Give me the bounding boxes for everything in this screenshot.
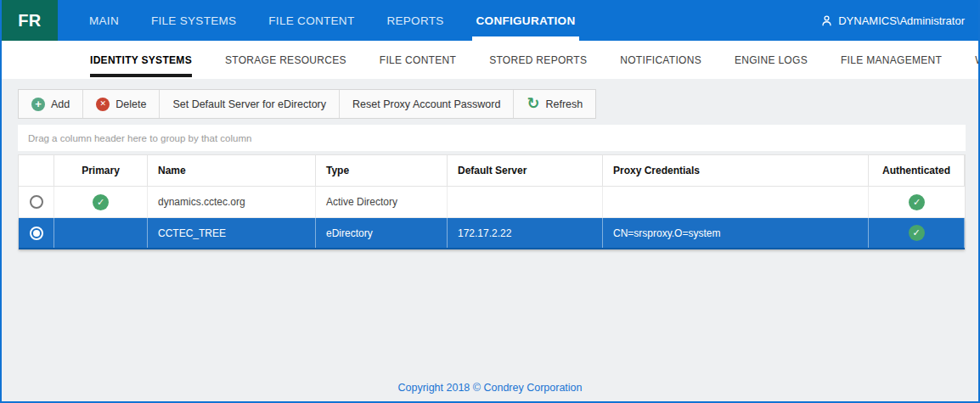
add-button[interactable]: + Add xyxy=(19,90,83,118)
refresh-button-label: Refresh xyxy=(546,98,583,110)
tab-stored-reports[interactable]: STORED REPORTS xyxy=(489,41,587,79)
check-icon: ✓ xyxy=(909,225,925,241)
column-header-selector[interactable] xyxy=(19,155,54,187)
topbar-spacer xyxy=(591,0,820,41)
delete-icon: ✕ xyxy=(96,98,110,111)
toolbar: + Add ✕ Delete Set Default Server for eD… xyxy=(18,89,596,119)
name-cell: CCTEC_TREE xyxy=(148,218,316,248)
type-cell: Active Directory xyxy=(316,187,448,217)
identity-systems-panel: + Add ✕ Delete Set Default Server for eD… xyxy=(2,79,978,401)
nav-item-configuration[interactable]: CONFIGURATION xyxy=(460,0,592,41)
main-menu: MAIN FILE SYSTEMS FILE CONTENT REPORTS C… xyxy=(73,0,591,41)
tab-notifications[interactable]: NOTIFICATIONS xyxy=(620,41,701,79)
check-icon: ✓ xyxy=(909,194,925,210)
column-header-type[interactable]: Type xyxy=(316,155,448,187)
delete-button-label: Delete xyxy=(115,98,146,110)
nav-item-file-content[interactable]: FILE CONTENT xyxy=(252,0,370,41)
primary-cell xyxy=(54,218,148,248)
proxy-credentials-cell: CN=srsproxy.O=system xyxy=(603,218,869,248)
primary-cell: ✓ xyxy=(54,187,148,217)
default-server-cell: 172.17.2.22 xyxy=(448,218,603,248)
nav-item-reports[interactable]: REPORTS xyxy=(370,0,459,41)
tab-file-content[interactable]: FILE CONTENT xyxy=(380,41,456,79)
tab-storage-resources[interactable]: STORAGE RESOURCES xyxy=(225,41,346,79)
row-selector-cell[interactable] xyxy=(19,187,54,217)
name-cell: dynamics.cctec.org xyxy=(148,187,316,217)
identity-systems-grid: Primary Name Type Default Server Proxy C… xyxy=(18,154,966,250)
proxy-credentials-cell xyxy=(603,187,869,217)
authenticated-cell: ✓ xyxy=(869,218,965,248)
radio-selected[interactable] xyxy=(30,227,43,240)
add-button-label: Add xyxy=(51,98,70,110)
set-default-server-button[interactable]: Set Default Server for eDirectory xyxy=(160,90,340,118)
user-name: DYNAMICS\Administrator xyxy=(838,14,965,27)
tab-identity-systems[interactable]: IDENTITY SYSTEMS xyxy=(90,41,192,79)
refresh-icon: ↻ xyxy=(527,97,539,110)
column-header-name[interactable]: Name xyxy=(148,155,316,187)
delete-button[interactable]: ✕ Delete xyxy=(83,90,160,118)
group-by-drop-zone[interactable]: Drag a column header here to group by th… xyxy=(18,125,966,151)
reset-proxy-password-button[interactable]: Reset Proxy Account Password xyxy=(340,90,514,118)
app-logo: FR xyxy=(2,0,58,41)
configuration-tab-bar: IDENTITY SYSTEMS STORAGE RESOURCES FILE … xyxy=(2,41,978,79)
grid-header-row: Primary Name Type Default Server Proxy C… xyxy=(19,155,965,187)
set-default-server-label: Set Default Server for eDirectory xyxy=(172,98,326,110)
type-cell: eDirectory xyxy=(316,218,448,248)
nav-item-main[interactable]: MAIN xyxy=(73,0,135,41)
column-header-authenticated[interactable]: Authenticated xyxy=(869,155,965,187)
file-reporter-window: FR MAIN FILE SYSTEMS FILE CONTENT REPORT… xyxy=(0,0,980,403)
copyright-footer: Copyright 2018 © Condrey Corporation xyxy=(2,382,978,394)
refresh-button[interactable]: ↻ Refresh xyxy=(514,90,595,118)
table-row-dynamics[interactable]: ✓ dynamics.cctec.org Active Directory ✓ xyxy=(19,187,965,218)
tab-engine-logs[interactable]: ENGINE LOGS xyxy=(735,41,808,79)
add-icon: + xyxy=(31,98,45,111)
user-menu[interactable]: DYNAMICS\Administrator xyxy=(820,0,965,41)
column-header-default-server[interactable]: Default Server xyxy=(448,155,603,187)
reset-proxy-password-label: Reset Proxy Account Password xyxy=(352,98,500,110)
tab-file-management[interactable]: FILE MANAGEMENT xyxy=(841,41,942,79)
default-server-cell xyxy=(448,187,603,217)
nav-item-file-systems[interactable]: FILE SYSTEMS xyxy=(135,0,252,41)
radio-unselected[interactable] xyxy=(30,195,43,209)
tab-web-application[interactable]: WEB APPLICATION xyxy=(975,41,980,79)
authenticated-cell: ✓ xyxy=(869,187,965,217)
column-header-proxy-credentials[interactable]: Proxy Credentials xyxy=(603,155,869,187)
check-icon: ✓ xyxy=(93,194,109,210)
table-row-cctec-tree[interactable]: CCTEC_TREE eDirectory 172.17.2.22 CN=srs… xyxy=(19,218,965,249)
column-header-primary[interactable]: Primary xyxy=(54,155,148,187)
top-navigation-bar: FR MAIN FILE SYSTEMS FILE CONTENT REPORT… xyxy=(2,0,978,41)
user-icon xyxy=(820,14,833,27)
row-selector-cell[interactable] xyxy=(19,218,54,248)
